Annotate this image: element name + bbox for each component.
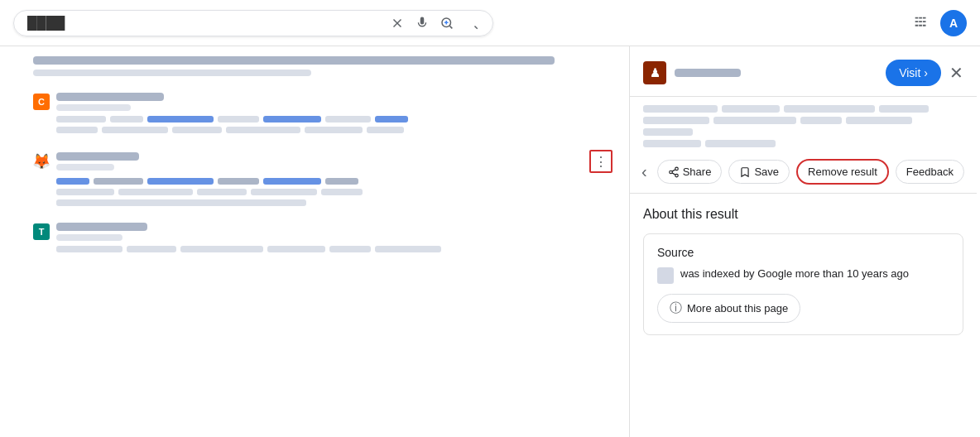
- share-button[interactable]: Share: [657, 160, 723, 184]
- result-favicon: 🦊: [33, 153, 50, 170]
- source-row: was indexed by Google more than 10 years…: [657, 267, 949, 284]
- share-label: Share: [683, 166, 712, 178]
- result-header: T: [33, 223, 612, 241]
- source-favicon: [657, 267, 674, 284]
- result-body: [56, 116, 612, 133]
- feedback-button[interactable]: Feedback: [896, 160, 964, 184]
- site-name-line: [675, 69, 741, 77]
- save-label: Save: [754, 166, 779, 178]
- list-item: [33, 56, 612, 76]
- result-favicon: T: [33, 223, 50, 240]
- about-title: About this result: [643, 207, 963, 222]
- svg-point-3: [675, 167, 678, 170]
- save-button[interactable]: Save: [728, 160, 790, 184]
- lens-button[interactable]: [440, 16, 454, 31]
- voice-search-button[interactable]: [415, 16, 430, 31]
- list-item: T: [33, 223, 612, 252]
- remove-result-label: Remove result: [808, 166, 877, 178]
- search-bar: ████: [13, 10, 493, 36]
- visit-label: Visit: [899, 66, 920, 79]
- result-title-block: [56, 152, 583, 170]
- more-options-button[interactable]: ⋮: [589, 150, 612, 173]
- search-input[interactable]: ████: [27, 16, 382, 31]
- panel-description: [630, 97, 977, 151]
- header-right: A: [912, 10, 967, 36]
- remove-result-button[interactable]: Remove result: [796, 159, 889, 185]
- feedback-label: Feedback: [906, 166, 954, 178]
- result-header: 🦊 ⋮: [33, 150, 612, 173]
- search-results: C: [0, 46, 629, 437]
- list-item: 🦊 ⋮: [33, 150, 612, 206]
- close-button[interactable]: ✕: [949, 63, 963, 83]
- header: ████: [0, 0, 980, 46]
- back-button[interactable]: ‹: [638, 159, 651, 185]
- about-section: About this result Source was indexed by …: [630, 194, 977, 348]
- visit-arrow-icon: ›: [924, 66, 928, 79]
- action-buttons-row: ‹ Share Save Remove result Feedback: [630, 151, 977, 194]
- result-favicon: C: [33, 94, 50, 110]
- info-icon: ⓘ: [670, 300, 682, 316]
- source-card: Source was indexed by Google more than 1…: [643, 233, 963, 335]
- site-icon: ♟: [643, 61, 666, 84]
- result-title-block: [56, 223, 612, 241]
- result-title-block: [56, 93, 612, 111]
- svg-point-4: [669, 170, 672, 174]
- more-about-button[interactable]: ⓘ More about this page: [657, 294, 800, 323]
- result-body: [56, 178, 612, 206]
- avatar[interactable]: A: [940, 10, 967, 36]
- svg-point-5: [675, 174, 678, 177]
- search-button[interactable]: [464, 16, 479, 31]
- clear-button[interactable]: [390, 16, 405, 31]
- more-about-label: More about this page: [687, 302, 788, 315]
- result-body: [56, 246, 612, 252]
- list-item: C: [33, 93, 612, 133]
- panel-site-header: ♟ Visit › ✕: [630, 46, 977, 97]
- source-label: Source: [657, 246, 949, 259]
- visit-button[interactable]: Visit ›: [886, 60, 941, 86]
- search-icon-group: [390, 16, 479, 31]
- result-header: C: [33, 93, 612, 111]
- main-layout: C: [0, 46, 980, 437]
- right-panel: ♟ Visit › ✕: [629, 46, 977, 437]
- site-name-block: [675, 69, 877, 77]
- source-text: was indexed by Google more than 10 years…: [680, 267, 909, 280]
- apps-button[interactable]: [912, 14, 930, 32]
